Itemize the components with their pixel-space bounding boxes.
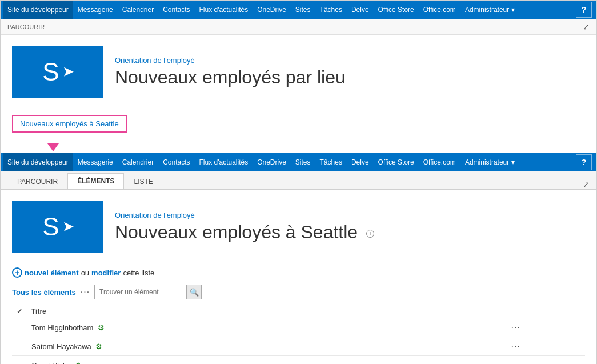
hero-logo-bottom: S ➤ <box>12 201 103 253</box>
view-dots[interactable]: ··· <box>81 287 90 297</box>
nav-item-delve[interactable]: Delve <box>347 1 374 19</box>
row-dots-3[interactable]: ··· <box>507 356 585 365</box>
search-input[interactable] <box>95 285 186 299</box>
modifier-link[interactable]: modifier <box>91 269 121 277</box>
expand-icon-top[interactable]: ⤢ <box>583 22 590 31</box>
col-actions <box>507 305 585 318</box>
row-check-1 <box>12 318 27 337</box>
row-check-2 <box>12 337 27 356</box>
nav-item-onedrive[interactable]: OneDrive <box>253 1 291 19</box>
table-row: Tom Higginbotham ⚙ ··· <box>12 318 585 337</box>
nav-item-sites[interactable]: Sites <box>291 1 315 19</box>
hero-subtitle-top: Orientation de l'employé <box>115 56 346 65</box>
row-titre-1: Tom Higginbotham ⚙ <box>27 318 507 337</box>
row-dots-2[interactable]: ··· <box>507 337 585 356</box>
table-row: Satomi Hayakawa ⚙ ··· <box>12 337 585 356</box>
new-item-link[interactable]: nouvel élément <box>25 269 79 277</box>
row-check-3 <box>12 356 27 365</box>
expand-icon-bottom[interactable]: ⤢ <box>576 180 596 189</box>
nav-item-officestore-b[interactable]: Office Store <box>374 153 419 171</box>
nav-item-admin-b[interactable]: Administrateur ▾ <box>460 153 519 171</box>
panel-bottom: Site du développeur Messagerie Calendrie… <box>0 153 597 364</box>
nav-item-calendrier[interactable]: Calendrier <box>118 1 158 19</box>
list-links-section: Nouveaux employés à Seattle <box>1 109 596 142</box>
hero-text-top: Orientation de l'employé Nouveaux employ… <box>115 56 346 88</box>
nav-item-calendrier-b[interactable]: Calendrier <box>118 153 158 171</box>
nav-item-officecom[interactable]: Office.com <box>419 1 460 19</box>
breadcrumb-label-top: PARCOURIR <box>7 23 45 30</box>
hero-title-bottom: Nouveaux employés à Seattle i <box>115 222 374 243</box>
nav-item-sitedev[interactable]: Site du développeur <box>3 1 73 19</box>
hero-title-top: Nouveaux employés par lieu <box>115 67 346 88</box>
info-icon[interactable]: i <box>366 230 374 238</box>
nav-item-officecom-b[interactable]: Office.com <box>419 153 460 171</box>
nav-help-button[interactable]: ? <box>576 2 592 18</box>
tab-liste[interactable]: LISTE <box>124 173 162 189</box>
nav-bar-top: Site du développeur Messagerie Calendrie… <box>1 1 596 19</box>
tab-bar: PARCOURIR ÉLÉMENTS LISTE ⤢ <box>1 171 596 190</box>
panel-top: Site du développeur Messagerie Calendrie… <box>0 0 597 142</box>
add-icon-button[interactable]: + <box>12 267 22 278</box>
row-gear-icon-1[interactable]: ⚙ <box>98 323 105 332</box>
nav-item-contacts[interactable]: Contacts <box>158 1 194 19</box>
nav-item-messagerie[interactable]: Messagerie <box>73 1 118 19</box>
arrow-divider <box>47 143 59 151</box>
tab-parcourir[interactable]: PARCOURIR <box>7 173 67 189</box>
nav-item-onedrive-b[interactable]: OneDrive <box>253 153 291 171</box>
hero-logo-top: S ➤ <box>12 46 103 98</box>
row-gear-icon-3[interactable]: ⚙ <box>75 361 82 365</box>
sharepoint-logo-top: S ➤ <box>42 58 73 86</box>
or-text: ou <box>81 269 89 277</box>
view-bar: Tous les éléments ··· 🔍 <box>12 285 585 299</box>
table-row: Cassi Hicks ⚙ ··· <box>12 356 585 365</box>
nav-item-flux-b[interactable]: Flux d'actualités <box>195 153 253 171</box>
hero-text-bottom: Orientation de l'employé Nouveaux employ… <box>115 211 374 243</box>
page-wrapper: Site du développeur Messagerie Calendrie… <box>0 0 597 364</box>
nav-item-contacts-b[interactable]: Contacts <box>158 153 194 171</box>
nav-item-sitedev-b[interactable]: Site du développeur <box>3 153 73 171</box>
nav-item-messagerie-b[interactable]: Messagerie <box>73 153 118 171</box>
hero-section-top: S ➤ Orientation de l'employé Nouveaux em… <box>1 35 596 109</box>
view-name[interactable]: Tous les éléments <box>12 288 76 297</box>
sharepoint-logo-bottom: S ➤ <box>42 213 73 241</box>
nav-item-officestore[interactable]: Office Store <box>374 1 419 19</box>
breadcrumb-bar-top: PARCOURIR ⤢ <box>1 19 596 35</box>
list-link-seattle[interactable]: Nouveaux employés à Seattle <box>12 115 127 133</box>
search-box: 🔍 <box>94 285 202 299</box>
add-item-bar: + nouvel élément ou modifier cette liste <box>12 267 585 278</box>
items-table: ✓ Titre Tom Higginbotham ⚙ ··· <box>12 305 585 364</box>
search-button[interactable]: 🔍 <box>186 285 201 299</box>
nav-item-taches[interactable]: Tâches <box>315 1 347 19</box>
nav-item-taches-b[interactable]: Tâches <box>315 153 347 171</box>
row-dots-1[interactable]: ··· <box>507 318 585 337</box>
row-titre-3: Cassi Hicks ⚙ <box>27 356 507 365</box>
nav-item-sites-b[interactable]: Sites <box>291 153 315 171</box>
nav-help-button-b[interactable]: ? <box>576 154 592 170</box>
nav-item-admin[interactable]: Administrateur ▾ <box>460 1 519 19</box>
row-titre-2: Satomi Hayakawa ⚙ <box>27 337 507 356</box>
suffix-text: cette liste <box>123 269 154 277</box>
table-header-row: ✓ Titre <box>12 305 585 318</box>
tab-elements[interactable]: ÉLÉMENTS <box>67 173 124 189</box>
nav-item-delve-b[interactable]: Delve <box>347 153 374 171</box>
nav-item-flux[interactable]: Flux d'actualités <box>195 1 253 19</box>
hero-subtitle-bottom: Orientation de l'employé <box>115 211 374 219</box>
row-gear-icon-2[interactable]: ⚙ <box>95 342 102 351</box>
col-titre: Titre <box>27 305 507 318</box>
col-check: ✓ <box>12 305 27 318</box>
content-area: + nouvel élément ou modifier cette liste… <box>1 258 596 364</box>
hero-section-bottom: S ➤ Orientation de l'employé Nouveaux em… <box>1 190 596 258</box>
nav-bar-bottom: Site du développeur Messagerie Calendrie… <box>1 153 596 171</box>
